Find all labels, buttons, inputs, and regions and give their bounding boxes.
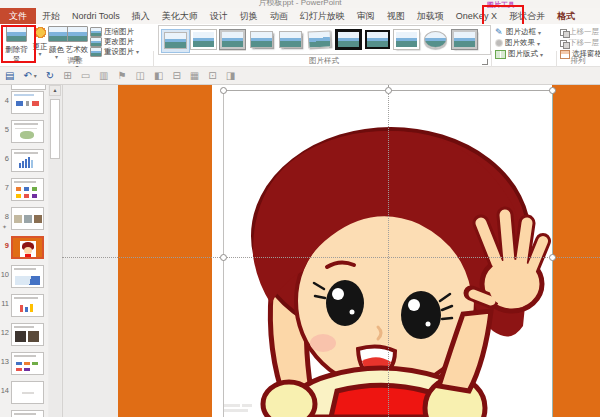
tab-view[interactable]: 视图 (381, 8, 411, 24)
qat-icon[interactable]: ⊞ (63, 70, 71, 82)
tab-slideshow[interactable]: 幻灯片放映 (294, 8, 351, 24)
tab-shape-merge[interactable]: 形状合并 (503, 8, 551, 24)
change-picture-button[interactable]: 更改图片 (90, 37, 134, 46)
tab-insert[interactable]: 插入 (126, 8, 156, 24)
panel-scroll-up-button[interactable]: ▲ (49, 85, 61, 96)
picture-style-option[interactable] (219, 29, 246, 51)
ribbon-tab-bar: 文件 开始 Nordri Tools 插入 美化大师 设计 切换 动画 幻灯片放… (0, 8, 600, 24)
tab-file[interactable]: 文件 (0, 8, 36, 24)
slide-thumbnail[interactable] (11, 207, 44, 230)
pen-icon: ✎ (495, 28, 504, 37)
slide-item-9-selected[interactable]: 9 (0, 235, 48, 264)
slide-thumbnail[interactable] (11, 352, 44, 375)
selection-handle-middle-right[interactable] (549, 254, 556, 261)
send-backward-button[interactable]: 下移一层 ▾ (560, 38, 600, 48)
selection-handle-top-center[interactable] (385, 87, 392, 94)
picture-styles-gallery: ▴ ▾ ▼ (158, 25, 491, 55)
qat-icon[interactable]: ◧ (154, 70, 163, 82)
qat-icon[interactable]: ▭ (81, 70, 90, 82)
slide-thumbnail[interactable] (11, 120, 44, 143)
dialog-launcher-icon[interactable] (482, 59, 488, 65)
picture-style-option[interactable] (161, 29, 190, 53)
qat-icon[interactable]: ⊟ (172, 70, 180, 82)
picture-style-option[interactable] (306, 29, 333, 51)
slide-thumbnail[interactable] (11, 91, 44, 114)
tab-addins[interactable]: 加载项 (411, 8, 450, 24)
slide-item-14[interactable]: 14 (0, 380, 48, 409)
panel-scrollbar-thumb[interactable] (50, 99, 60, 159)
slide-item-5[interactable]: 5 (0, 119, 48, 148)
sun-icon (34, 26, 47, 39)
remove-background-icon (6, 26, 27, 42)
layout-grid-icon (495, 50, 506, 59)
undo-dropdown-arrow[interactable]: ▾ (34, 72, 37, 79)
slide-item-15[interactable]: 15 (0, 409, 48, 417)
slide-thumbnail-panel: 4 5 6 (0, 85, 48, 417)
picture-style-option[interactable] (335, 29, 362, 51)
qat-icon[interactable]: ⚑ (118, 70, 127, 82)
picture-style-option[interactable] (451, 29, 478, 51)
picture-style-option[interactable] (364, 29, 391, 51)
slide-thumbnail[interactable] (11, 236, 44, 259)
animation-star-icon: ✦ (2, 223, 7, 230)
slide-item-11[interactable]: 11 (0, 293, 48, 322)
artistic-effects-icon (67, 26, 88, 42)
qat-icon[interactable]: ⊡ (208, 70, 216, 82)
slide-thumbnail[interactable] (11, 265, 44, 288)
save-icon[interactable]: ▤ (5, 70, 14, 82)
picture-style-option[interactable] (190, 29, 217, 51)
guide-horizontal[interactable] (62, 257, 600, 258)
tab-transitions[interactable]: 切换 (234, 8, 264, 24)
slide-thumbnail[interactable] (11, 381, 44, 404)
reset-picture-button[interactable]: 重设图片 ▾ (90, 47, 139, 56)
slide-thumbnail[interactable] (11, 323, 44, 346)
picture-style-option[interactable] (393, 29, 420, 51)
selection-handle-top-left[interactable] (220, 87, 227, 94)
slide-thumbnail[interactable] (11, 149, 44, 172)
picture-layout-button[interactable]: 图片版式 ▾ (495, 49, 543, 59)
picture-style-option[interactable] (422, 29, 449, 51)
document-title: 片模板ppt - PowerPoint (150, 0, 450, 8)
picture-border-button[interactable]: ✎ 图片边框 ▾ (495, 27, 541, 37)
picture-styles-group-label: 图片样式 (158, 56, 490, 66)
slide-thumbnail[interactable] (11, 178, 44, 201)
slide-item-7[interactable]: 7 (0, 177, 48, 206)
qat-icon[interactable]: ◨ (226, 70, 235, 82)
redo-icon[interactable]: ↻ (46, 70, 54, 82)
tab-animations[interactable]: 动画 (264, 8, 294, 24)
color-button[interactable]: 颜色 ▾ (48, 26, 65, 59)
tab-beautify[interactable]: 美化大师 (156, 8, 204, 24)
slide-item-6[interactable]: 6 (0, 148, 48, 177)
ribbon: 删除背景 更正 ▾ 颜色 ▾ 艺术效果 ▾ 压缩图片 更改图片 重设图片 ▾ (0, 24, 600, 67)
slide-item-4[interactable]: 4 (0, 90, 48, 119)
qat-icon[interactable]: ▥ (99, 70, 108, 82)
tab-review[interactable]: 审阅 (351, 8, 381, 24)
glow-shape-icon (495, 39, 503, 47)
qat-icon[interactable]: ▦ (190, 70, 199, 82)
slide-thumbnail[interactable] (11, 294, 44, 317)
compress-picture-button[interactable]: 压缩图片 (90, 27, 134, 36)
tab-design[interactable]: 设计 (204, 8, 234, 24)
picture-effects-button[interactable]: 图片效果 ▾ (495, 38, 540, 48)
selection-handle-middle-left[interactable] (220, 254, 227, 261)
slide-item-12[interactable]: 12 (0, 322, 48, 351)
slide-item-8[interactable]: 8 ✦ (0, 206, 48, 235)
undo-icon[interactable]: ↶ (23, 70, 31, 82)
corrections-button[interactable]: 更正 ▾ (32, 26, 48, 56)
tab-format[interactable]: 格式 (551, 8, 581, 24)
reset-picture-icon (90, 47, 102, 57)
picture-style-option[interactable] (248, 29, 275, 51)
qat-icon[interactable]: ◫ (136, 70, 145, 82)
slide-item-13[interactable]: 13 (0, 351, 48, 380)
tab-nordri-tools[interactable]: Nordri Tools (66, 8, 126, 24)
adjust-group-label: 调整 (0, 56, 150, 66)
guide-vertical[interactable] (388, 85, 389, 417)
slide-thumbnail[interactable] (11, 410, 44, 417)
bring-forward-button[interactable]: 上移一层 ▾ (560, 27, 600, 37)
powerpoint-window: 片模板ppt - PowerPoint 图片工具 ◉ 文件 开始 Nordri … (0, 0, 600, 417)
slide-item-10[interactable]: 10 (0, 264, 48, 293)
selection-handle-top-right[interactable] (549, 87, 556, 94)
tab-home[interactable]: 开始 (36, 8, 66, 24)
tab-onekey[interactable]: OneKey X (450, 8, 503, 24)
picture-style-option[interactable] (277, 29, 304, 51)
